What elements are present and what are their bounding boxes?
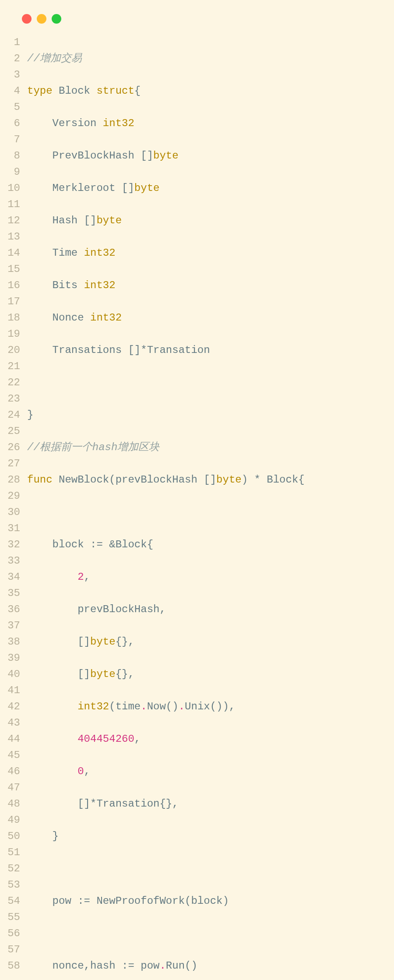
- line-number: 23: [0, 391, 20, 407]
- window-controls: [0, 9, 394, 34]
- line-number: 49: [0, 812, 20, 828]
- line-number: 3: [0, 67, 20, 83]
- line-number: 11: [0, 196, 20, 212]
- code-line: []byte{},: [27, 634, 394, 650]
- line-number: 22: [0, 374, 20, 391]
- line-number: 31: [0, 520, 20, 536]
- code-line: 2,: [27, 569, 394, 585]
- line-number: 6: [0, 115, 20, 131]
- line-number: 32: [0, 536, 20, 553]
- line-number: 2: [0, 50, 20, 67]
- line-number: 24: [0, 407, 20, 423]
- line-number: 57: [0, 941, 20, 958]
- line-number: 8: [0, 148, 20, 164]
- line-number: 13: [0, 229, 20, 245]
- line-number: 33: [0, 553, 20, 569]
- zoom-icon[interactable]: [52, 14, 61, 24]
- code-line: [27, 925, 394, 941]
- line-number: 27: [0, 455, 20, 472]
- line-number: 9: [0, 164, 20, 180]
- line-number: 35: [0, 585, 20, 601]
- code-line: Version int32: [27, 115, 394, 131]
- line-number: 30: [0, 504, 20, 520]
- line-number: 43: [0, 715, 20, 731]
- line-number: 17: [0, 293, 20, 310]
- code-line: }: [27, 828, 394, 844]
- line-number: 15: [0, 261, 20, 277]
- code-line: []byte{},: [27, 666, 394, 682]
- line-number: 5: [0, 99, 20, 115]
- code-line: int32(time.Now().Unix()),: [27, 698, 394, 715]
- line-number: 18: [0, 310, 20, 326]
- line-number: 40: [0, 666, 20, 682]
- code-line: func NewBlock(prevBlockHash []byte) * Bl…: [27, 472, 394, 488]
- line-number: 26: [0, 439, 20, 455]
- code-line: []*Transation{},: [27, 796, 394, 812]
- code-area: 1234567891011121314151617181920212223242…: [0, 34, 394, 980]
- line-number: 29: [0, 488, 20, 504]
- code-line: Merkleroot []byte: [27, 180, 394, 196]
- line-number: 28: [0, 472, 20, 488]
- line-number: 58: [0, 958, 20, 974]
- line-number: 1: [0, 34, 20, 50]
- line-number: 34: [0, 569, 20, 585]
- line-number: 41: [0, 682, 20, 698]
- line-number: 20: [0, 342, 20, 358]
- code-line: Nonce int32: [27, 310, 394, 326]
- code-line: Time int32: [27, 245, 394, 261]
- code-line: //增加交易: [27, 50, 394, 67]
- code-line: 404454260,: [27, 731, 394, 747]
- code-line: [27, 374, 394, 391]
- code-line: pow := NewProofofWork(block): [27, 893, 394, 909]
- minimize-icon[interactable]: [37, 14, 46, 24]
- line-number: 38: [0, 634, 20, 650]
- code-line: block := &Block{: [27, 536, 394, 553]
- code-line: 0,: [27, 763, 394, 779]
- line-number: 48: [0, 796, 20, 812]
- line-number: 52: [0, 860, 20, 877]
- line-number: 21: [0, 358, 20, 374]
- code-line: [27, 504, 394, 520]
- line-number: 47: [0, 779, 20, 796]
- line-number: 46: [0, 763, 20, 779]
- code-line: //根据前一个hash增加区块: [27, 439, 394, 455]
- line-number: 37: [0, 617, 20, 634]
- line-gutter: 1234567891011121314151617181920212223242…: [0, 34, 27, 980]
- code-content: //增加交易 type Block struct{ Version int32 …: [27, 34, 394, 980]
- line-number: 50: [0, 828, 20, 844]
- code-line: type Block struct{: [27, 83, 394, 99]
- code-line: Bits int32: [27, 277, 394, 293]
- code-line: }: [27, 407, 394, 423]
- code-line: Transations []*Transation: [27, 342, 394, 358]
- line-number: 4: [0, 83, 20, 99]
- line-number: 25: [0, 423, 20, 439]
- code-editor: 1234567891011121314151617181920212223242…: [0, 0, 394, 980]
- line-number: 14: [0, 245, 20, 261]
- line-number: 42: [0, 698, 20, 715]
- code-line: PrevBlockHash []byte: [27, 148, 394, 164]
- line-number: 12: [0, 212, 20, 229]
- code-line: [27, 860, 394, 877]
- line-number: 51: [0, 844, 20, 860]
- line-number: 56: [0, 925, 20, 941]
- code-line: Hash []byte: [27, 212, 394, 229]
- line-number: 53: [0, 877, 20, 893]
- line-number: 16: [0, 277, 20, 293]
- line-number: 55: [0, 909, 20, 925]
- line-number: 19: [0, 326, 20, 342]
- line-number: 36: [0, 601, 20, 617]
- close-icon[interactable]: [22, 14, 32, 24]
- line-number: 39: [0, 650, 20, 666]
- line-number: 7: [0, 131, 20, 148]
- code-line: prevBlockHash,: [27, 601, 394, 617]
- line-number: 54: [0, 893, 20, 909]
- line-number: 10: [0, 180, 20, 196]
- line-number: 45: [0, 747, 20, 763]
- code-line: nonce,hash := pow.Run(): [27, 958, 394, 974]
- line-number: 44: [0, 731, 20, 747]
